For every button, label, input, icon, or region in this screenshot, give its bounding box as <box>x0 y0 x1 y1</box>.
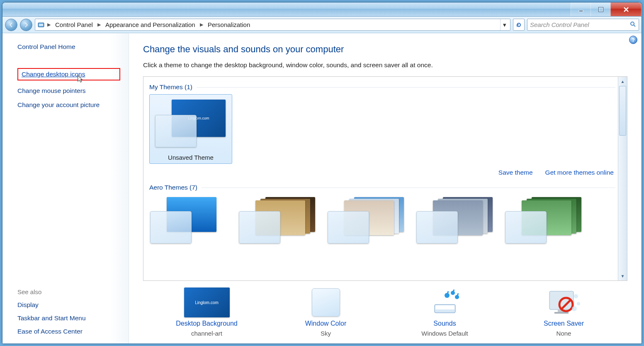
setting-value: None <box>557 330 571 337</box>
svg-rect-8 <box>435 305 454 309</box>
svg-rect-1 <box>599 7 603 12</box>
scroll-thumb[interactable] <box>619 86 626 136</box>
breadcrumb-appearance[interactable]: Appearance and Personalization <box>103 20 198 29</box>
setting-label: Desktop Background <box>176 320 238 327</box>
maximize-button[interactable] <box>591 2 610 16</box>
svg-rect-0 <box>579 10 583 12</box>
see-also-header: See also <box>17 288 120 295</box>
save-theme-link[interactable]: Save theme <box>498 169 533 176</box>
window-preview-icon <box>239 211 280 244</box>
scrollbar[interactable]: ▲ ▼ <box>618 77 627 280</box>
sidebar-home-link[interactable]: Control Panel Home <box>17 43 120 51</box>
aero-theme-item[interactable] <box>327 195 410 244</box>
svg-rect-4 <box>39 24 43 26</box>
theme-item-unsaved[interactable]: Linglom.com Unsaved Theme <box>149 94 232 164</box>
close-button[interactable] <box>610 2 641 16</box>
screen-saver-icon <box>541 288 587 317</box>
theme-label: Unsaved Theme <box>168 154 214 161</box>
search-icon <box>629 21 636 29</box>
setting-value: Sky <box>321 330 331 337</box>
sounds-button[interactable]: Sounds Windows Default <box>399 288 491 337</box>
get-more-themes-link[interactable]: Get more themes online <box>545 169 614 176</box>
navigation-toolbar: ▶ Control Panel ▶ Appearance and Persona… <box>2 17 642 33</box>
page-subtitle: Click a theme to change the desktop back… <box>143 61 627 69</box>
minimize-button[interactable] <box>571 2 591 16</box>
aero-theme-item[interactable] <box>416 195 498 244</box>
theme-thumbnail: Linglom.com <box>153 97 228 149</box>
svg-point-5 <box>631 22 634 25</box>
sidebar-ease-link[interactable]: Ease of Access Center <box>17 328 120 335</box>
desktop-background-button[interactable]: Linglom.com Desktop Background channel-a… <box>161 288 253 337</box>
svg-rect-2 <box>599 7 603 11</box>
setting-label: Screen Saver <box>544 320 584 327</box>
page-title: Change the visuals and sounds on your co… <box>143 44 627 55</box>
sidebar-taskbar-link[interactable]: Taskbar and Start Menu <box>17 314 120 322</box>
my-themes-header: My Themes (1) <box>149 83 615 91</box>
sounds-icon <box>422 288 468 317</box>
address-dropdown-icon[interactable]: ▾ <box>500 19 508 30</box>
settings-row: Linglom.com Desktop Background channel-a… <box>143 281 627 339</box>
control-panel-icon <box>37 21 45 29</box>
window-color-icon <box>303 288 349 317</box>
window-preview-icon <box>505 211 547 244</box>
aero-theme-item[interactable] <box>504 195 587 244</box>
scroll-up-icon[interactable]: ▲ <box>618 77 627 86</box>
desktop-background-icon: Linglom.com <box>184 288 230 317</box>
setting-label: Sounds <box>433 320 456 327</box>
setting-value: Windows Default <box>421 330 468 337</box>
sidebar-display-link[interactable]: Display <box>17 301 120 309</box>
titlebar <box>2 2 642 17</box>
main-content: ? Change the visuals and sounds on your … <box>129 33 642 344</box>
help-button[interactable]: ? <box>629 36 637 44</box>
sidebar-desktop-icons-link[interactable]: Change desktop icons <box>22 71 85 78</box>
address-bar[interactable]: ▶ Control Panel ▶ Appearance and Persona… <box>35 19 510 31</box>
themes-panel: ▲ ▼ My Themes (1) Linglom.com Unsaved Th… <box>143 76 627 281</box>
svg-line-6 <box>634 25 635 27</box>
window-color-button[interactable]: Window Color Sky <box>280 288 372 337</box>
breadcrumb-control-panel[interactable]: Control Panel <box>53 20 95 29</box>
aero-theme-item[interactable] <box>149 195 232 244</box>
setting-label: Window Color <box>305 320 347 327</box>
window-preview-icon <box>416 211 458 244</box>
window-preview-icon <box>328 211 369 244</box>
forward-button[interactable] <box>20 19 32 31</box>
explorer-window: ▶ Control Panel ▶ Appearance and Persona… <box>2 2 642 344</box>
back-button[interactable] <box>5 19 17 31</box>
refresh-button[interactable] <box>513 19 525 31</box>
window-preview-icon <box>155 115 197 147</box>
aero-theme-item[interactable] <box>238 195 321 244</box>
window-preview-icon <box>150 211 192 244</box>
svg-point-19 <box>572 306 577 311</box>
sidebar-mouse-pointers-link[interactable]: Change mouse pointers <box>17 87 120 95</box>
scroll-down-icon[interactable]: ▼ <box>618 271 627 280</box>
setting-value: channel-art <box>191 330 222 337</box>
svg-point-18 <box>577 302 580 305</box>
svg-point-17 <box>574 294 578 298</box>
breadcrumb-separator-icon: ▶ <box>47 22 51 27</box>
breadcrumb-separator-icon: ▶ <box>97 22 101 27</box>
screen-saver-button[interactable]: Screen Saver None <box>518 288 610 337</box>
annotation-highlight: Change desktop icons <box>17 68 120 80</box>
breadcrumb-personalization[interactable]: Personalization <box>205 20 253 29</box>
sidebar: Control Panel Home Change desktop icons … <box>2 33 129 344</box>
svg-rect-14 <box>554 312 569 314</box>
search-box[interactable] <box>527 19 639 31</box>
aero-themes-header: Aero Themes (7) <box>149 184 615 191</box>
window-body: Control Panel Home Change desktop icons … <box>2 33 642 344</box>
breadcrumb-separator-icon: ▶ <box>200 22 203 27</box>
search-input[interactable] <box>530 21 629 28</box>
sidebar-account-picture-link[interactable]: Change your account picture <box>17 101 120 109</box>
